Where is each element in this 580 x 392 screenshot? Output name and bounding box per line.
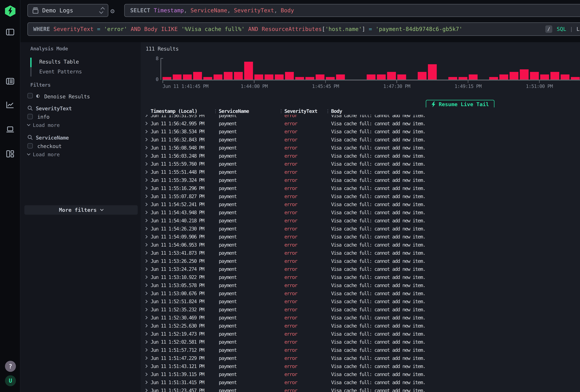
results-histogram[interactable]	[162, 59, 580, 80]
row-expand-chevron-icon[interactable]	[145, 276, 150, 278]
histogram-bar[interactable]	[367, 74, 375, 80]
histogram-bar[interactable]	[305, 77, 314, 80]
table-row[interactable]: Jun 11 1:54:26.230 PM payment error Visa…	[141, 225, 580, 233]
column-header-timestamp[interactable]: Timestamp (Local)	[151, 108, 213, 114]
table-row[interactable]: Jun 11 1:52:19.473 PM payment error Visa…	[141, 330, 580, 338]
table-row[interactable]: Jun 11 1:55:07.827 PM payment error Visa…	[141, 192, 580, 200]
table-row[interactable]: Jun 11 1:55:59.760 PM payment error Visa…	[141, 160, 580, 168]
histogram-bar[interactable]	[397, 74, 406, 80]
row-expand-chevron-icon[interactable]	[145, 292, 150, 295]
histogram-bar[interactable]	[316, 74, 324, 80]
table-row[interactable]: Jun 11 1:52:02.581 PM payment error Visa…	[141, 338, 580, 346]
histogram-bar[interactable]	[489, 77, 498, 80]
row-expand-chevron-icon[interactable]	[145, 146, 150, 149]
histogram-bar[interactable]	[193, 72, 202, 80]
row-expand-chevron-icon[interactable]	[145, 308, 150, 311]
row-expand-chevron-icon[interactable]	[145, 163, 150, 165]
table-row[interactable]: Jun 11 1:56:08.948 PM payment error Visa…	[141, 144, 580, 152]
column-resize-handle[interactable]: ⋮	[279, 109, 284, 114]
filter-option-checkbox[interactable]	[27, 114, 33, 119]
histogram-bar[interactable]	[336, 74, 345, 80]
row-expand-chevron-icon[interactable]	[145, 171, 150, 173]
histogram-bar[interactable]	[162, 77, 171, 80]
table-row[interactable]: Jun 11 1:54:40.218 PM payment error Visa…	[141, 217, 580, 225]
table-row[interactable]: Jun 11 1:56:38.534 PM payment error Visa…	[141, 128, 580, 136]
row-expand-chevron-icon[interactable]	[145, 252, 150, 254]
row-expand-chevron-icon[interactable]	[145, 227, 150, 230]
histogram-bar[interactable]	[295, 77, 304, 80]
mode-event-patterns[interactable]: Event Patterns	[39, 69, 82, 75]
row-expand-chevron-icon[interactable]	[145, 244, 150, 246]
histogram-bar[interactable]	[571, 77, 580, 80]
row-expand-chevron-icon[interactable]	[145, 300, 150, 303]
table-row[interactable]: Jun 11 1:51:43.121 PM payment error Visa…	[141, 362, 580, 370]
histogram-bar[interactable]	[183, 74, 192, 80]
histogram-bar[interactable]	[326, 77, 334, 80]
mode-results-table[interactable]: Results Table	[39, 59, 79, 65]
table-row[interactable]: Jun 11 1:52:30.469 PM payment error Visa…	[141, 314, 580, 322]
table-row[interactable]: Jun 11 1:53:05.578 PM payment error Visa…	[141, 281, 580, 289]
histogram-bar[interactable]	[530, 72, 539, 80]
table-row[interactable]: Jun 11 1:53:41.873 PM payment error Visa…	[141, 249, 580, 257]
filter-group-severitytext[interactable]: SeverityText	[36, 105, 72, 112]
histogram-bar[interactable]	[224, 72, 232, 80]
row-expand-chevron-icon[interactable]	[145, 155, 150, 157]
histogram-bar[interactable]	[550, 72, 559, 80]
table-row[interactable]: Jun 11 1:53:10.922 PM payment error Visa…	[141, 273, 580, 281]
sidebar-toggle-icon[interactable]	[6, 28, 14, 36]
more-filters-button[interactable]: More filters	[24, 205, 138, 215]
filter-option-info[interactable]: info	[37, 114, 49, 120]
row-expand-chevron-icon[interactable]	[145, 138, 150, 141]
load-more-servicename[interactable]: Load more	[27, 151, 60, 157]
histogram-bar[interactable]	[499, 74, 508, 80]
table-row[interactable]: Jun 11 1:51:23.457 PM payment error Visa…	[141, 387, 580, 392]
row-expand-chevron-icon[interactable]	[145, 316, 150, 319]
column-header-body[interactable]: Body	[331, 108, 580, 114]
histogram-bar[interactable]	[203, 77, 212, 80]
row-expand-chevron-icon[interactable]	[145, 203, 150, 206]
row-expand-chevron-icon[interactable]	[145, 381, 150, 384]
source-selector[interactable]: Demo Logs	[27, 4, 109, 17]
table-row[interactable]: Jun 11 1:56:42.995 PM payment error Visa…	[141, 120, 580, 128]
load-more-severitytext[interactable]: Load more	[27, 122, 60, 128]
user-avatar[interactable]: U	[5, 375, 16, 386]
table-row[interactable]: Jun 11 1:51:57.712 PM payment error Visa…	[141, 346, 580, 354]
table-row[interactable]: Jun 11 1:55:16.296 PM payment error Visa…	[141, 184, 580, 192]
table-row[interactable]: Jun 11 1:54:09.906 PM payment error Visa…	[141, 233, 580, 241]
histogram-bar[interactable]	[469, 74, 477, 80]
column-resize-handle[interactable]: ⋮	[326, 109, 331, 114]
table-row[interactable]: Jun 11 1:51:39.115 PM payment error Visa…	[141, 370, 580, 378]
row-expand-chevron-icon[interactable]	[145, 373, 150, 376]
row-expand-chevron-icon[interactable]	[145, 324, 150, 327]
column-header-severitytext[interactable]: SeverityText	[284, 108, 326, 114]
filter-option-checkbox[interactable]	[27, 143, 33, 148]
histogram-bar[interactable]	[275, 74, 284, 80]
table-row[interactable]: Jun 11 1:52:35.232 PM payment error Visa…	[141, 305, 580, 314]
table-row[interactable]: Jun 11 1:54:43.948 PM payment error Visa…	[141, 208, 580, 217]
table-row[interactable]: Jun 11 1:52:51.824 PM payment error Visa…	[141, 297, 580, 306]
select-query-input[interactable]: SELECT Timestamp, ServiceName, SeverityT…	[124, 4, 580, 17]
histogram-bar[interactable]	[285, 72, 294, 80]
histogram-bar[interactable]	[387, 72, 396, 80]
table-row[interactable]: Jun 11 1:52:25.630 PM payment error Visa…	[141, 322, 580, 330]
table-row[interactable]: Jun 11 1:55:39.324 PM payment error Visa…	[141, 176, 580, 184]
histogram-bar[interactable]	[234, 72, 243, 80]
histogram-bar[interactable]	[561, 74, 569, 80]
table-row[interactable]: Jun 11 1:51:31.415 PM payment error Visa…	[141, 378, 580, 387]
table-row[interactable]: Jun 11 1:54:06.953 PM payment error Visa…	[141, 241, 580, 249]
app-logo-icon[interactable]	[5, 5, 15, 17]
row-expand-chevron-icon[interactable]	[145, 349, 150, 351]
row-expand-chevron-icon[interactable]	[145, 236, 150, 238]
table-row[interactable]: Jun 11 1:51:47.229 PM payment error Visa…	[141, 354, 580, 362]
table-row[interactable]: Jun 11 1:54:52.241 PM payment error Visa…	[141, 200, 580, 208]
sql-mode-toggle[interactable]: SQL	[557, 26, 566, 32]
row-expand-chevron-icon[interactable]	[145, 365, 150, 367]
search-logs-icon[interactable]	[6, 77, 14, 86]
row-expand-chevron-icon[interactable]	[145, 211, 150, 214]
histogram-bar[interactable]	[510, 72, 518, 80]
histogram-bar[interactable]	[540, 74, 549, 80]
histogram-bar[interactable]	[214, 74, 222, 80]
row-expand-chevron-icon[interactable]	[145, 260, 150, 262]
histogram-bar[interactable]	[173, 74, 181, 80]
source-settings-gear-icon[interactable]: ⚙	[110, 6, 115, 15]
